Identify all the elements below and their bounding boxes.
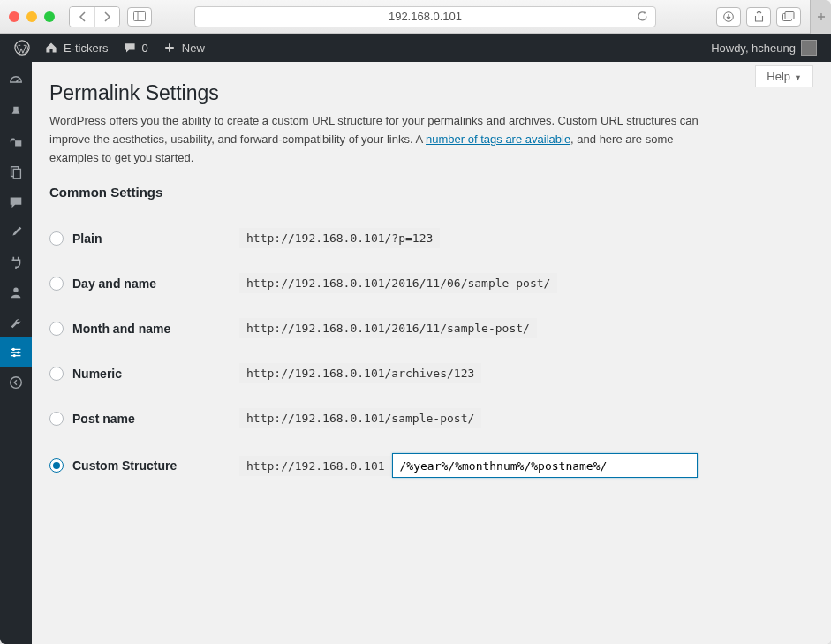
new-content-menu[interactable]: New bbox=[155, 34, 212, 62]
option-plain[interactable]: Plain http://192.168.0.101/?p=123 bbox=[49, 216, 813, 261]
menu-tools[interactable] bbox=[0, 307, 32, 337]
tabs-button[interactable] bbox=[776, 7, 801, 27]
close-window-button[interactable] bbox=[9, 11, 19, 22]
svg-rect-0 bbox=[134, 12, 146, 21]
site-name-menu[interactable]: E-tickers bbox=[37, 34, 116, 62]
pages-icon bbox=[8, 164, 24, 180]
radio-day-name[interactable] bbox=[49, 277, 64, 291]
menu-dashboard[interactable] bbox=[0, 67, 32, 97]
option-custom[interactable]: Custom Structure http://192.168.0.101 bbox=[49, 441, 813, 490]
svg-rect-4 bbox=[785, 12, 794, 19]
menu-collapse[interactable] bbox=[0, 367, 32, 398]
wp-admin-bar: E-tickers 0 New Howdy, hcheung bbox=[0, 34, 831, 62]
label-text: Day and name bbox=[72, 277, 156, 291]
new-label: New bbox=[182, 42, 205, 55]
chevron-left-icon bbox=[79, 11, 87, 22]
menu-pages[interactable] bbox=[0, 157, 32, 187]
intro-text: WordPress offers you the ability to crea… bbox=[49, 112, 721, 167]
option-plain-label[interactable]: Plain bbox=[49, 231, 239, 246]
account-menu[interactable]: Howdy, hcheung bbox=[704, 34, 824, 62]
new-tab-button[interactable] bbox=[810, 0, 831, 34]
traffic-lights bbox=[9, 11, 55, 22]
menu-users[interactable] bbox=[0, 277, 32, 307]
media-icon bbox=[8, 134, 24, 150]
option-numeric[interactable]: Numeric http://192.168.0.101/archives/12… bbox=[49, 351, 813, 396]
maximize-window-button[interactable] bbox=[44, 11, 55, 22]
help-tab[interactable]: Help▼ bbox=[755, 65, 813, 87]
menu-posts[interactable] bbox=[0, 97, 32, 127]
label-text: Plain bbox=[72, 231, 102, 246]
option-post-name-label[interactable]: Post name bbox=[49, 412, 239, 426]
option-custom-label[interactable]: Custom Structure bbox=[49, 458, 239, 473]
share-icon bbox=[754, 11, 764, 22]
option-numeric-label[interactable]: Numeric bbox=[49, 367, 239, 381]
svg-point-11 bbox=[17, 351, 19, 353]
plug-icon bbox=[8, 254, 24, 270]
downloads-button[interactable] bbox=[716, 7, 741, 27]
radio-custom[interactable] bbox=[49, 458, 64, 473]
collapse-icon bbox=[8, 375, 24, 390]
radio-month-name[interactable] bbox=[49, 322, 64, 336]
option-month-name-label[interactable]: Month and name bbox=[49, 322, 239, 336]
address-text: 192.168.0.101 bbox=[389, 10, 462, 23]
custom-prefix: http://192.168.0.101 bbox=[239, 456, 392, 476]
comment-icon bbox=[123, 41, 137, 55]
radio-numeric[interactable] bbox=[49, 367, 64, 381]
svg-point-13 bbox=[11, 377, 22, 389]
avatar bbox=[801, 40, 817, 56]
nav-buttons bbox=[69, 6, 120, 27]
label-text: Post name bbox=[72, 412, 135, 426]
comments-menu[interactable]: 0 bbox=[116, 34, 155, 62]
example-code: http://192.168.0.101/archives/123 bbox=[239, 363, 481, 383]
option-post-name-value: http://192.168.0.101/sample-post/ bbox=[239, 408, 481, 428]
sliders-icon bbox=[8, 345, 24, 360]
custom-structure-input[interactable] bbox=[392, 453, 698, 478]
menu-settings[interactable] bbox=[0, 337, 32, 367]
example-code: http://192.168.0.101/sample-post/ bbox=[239, 408, 481, 428]
option-plain-value: http://192.168.0.101/?p=123 bbox=[239, 228, 440, 248]
svg-rect-8 bbox=[13, 169, 20, 178]
plus-icon bbox=[816, 11, 827, 22]
tabs-icon bbox=[782, 11, 795, 21]
wp-logo-menu[interactable] bbox=[7, 34, 37, 62]
menu-plugins[interactable] bbox=[0, 247, 32, 277]
reload-icon[interactable] bbox=[637, 11, 648, 22]
menu-appearance[interactable] bbox=[0, 217, 32, 247]
page-title: Permalink Settings bbox=[49, 71, 813, 112]
option-custom-value: http://192.168.0.101 bbox=[239, 453, 698, 478]
label-text: Custom Structure bbox=[72, 458, 177, 473]
admin-sidebar bbox=[0, 62, 32, 644]
download-icon bbox=[723, 11, 734, 22]
option-month-name-value: http://192.168.0.101/2016/11/sample-post… bbox=[239, 318, 537, 338]
plus-icon bbox=[162, 41, 177, 55]
example-code: http://192.168.0.101/2016/11/sample-post… bbox=[239, 318, 537, 338]
help-label: Help bbox=[767, 70, 790, 83]
wp-body: Help▼ Permalink Settings WordPress offer… bbox=[0, 62, 831, 644]
option-day-name[interactable]: Day and name http://192.168.0.101/2016/1… bbox=[49, 261, 813, 306]
share-button[interactable] bbox=[746, 7, 771, 27]
menu-comments[interactable] bbox=[0, 187, 32, 217]
forward-button[interactable] bbox=[94, 7, 119, 27]
section-common-settings: Common Settings bbox=[49, 185, 813, 200]
option-month-name[interactable]: Month and name http://192.168.0.101/2016… bbox=[49, 306, 813, 351]
tags-available-link[interactable]: number of tags are available bbox=[426, 133, 570, 146]
option-day-name-label[interactable]: Day and name bbox=[49, 277, 239, 291]
address-bar[interactable]: 192.168.0.101 bbox=[194, 6, 656, 27]
radio-plain[interactable] bbox=[49, 231, 64, 246]
minimize-window-button[interactable] bbox=[26, 11, 37, 22]
wordpress-icon bbox=[14, 40, 30, 56]
comments-count: 0 bbox=[142, 42, 148, 55]
label-text: Month and name bbox=[72, 322, 170, 336]
user-icon bbox=[8, 284, 24, 300]
label-text: Numeric bbox=[72, 367, 122, 381]
dashboard-icon bbox=[8, 74, 24, 90]
back-button[interactable] bbox=[70, 7, 94, 27]
comment-icon bbox=[8, 194, 24, 210]
radio-post-name[interactable] bbox=[49, 412, 64, 426]
svg-point-9 bbox=[13, 288, 18, 292]
greeting-text: Howdy, hcheung bbox=[711, 42, 796, 55]
sidebar-toggle-button[interactable] bbox=[127, 7, 152, 27]
site-name-label: E-tickers bbox=[64, 42, 109, 55]
menu-media[interactable] bbox=[0, 127, 32, 157]
option-post-name[interactable]: Post name http://192.168.0.101/sample-po… bbox=[49, 396, 813, 441]
